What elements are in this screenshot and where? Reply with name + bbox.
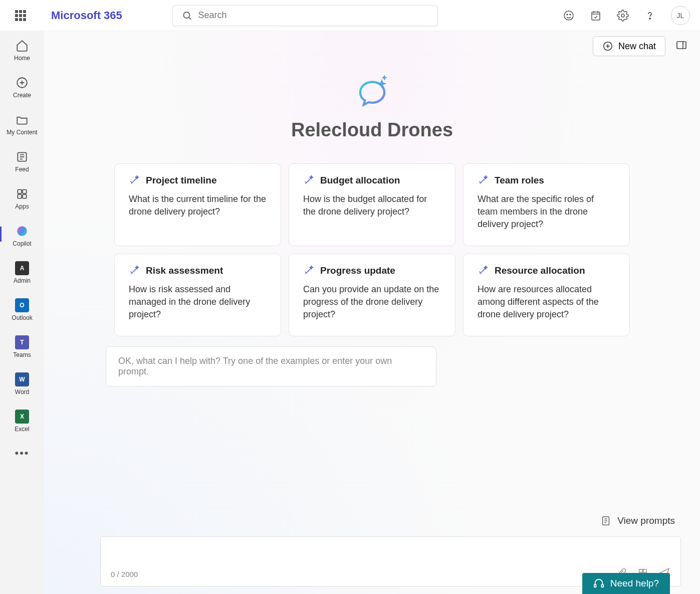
- sidebar-item-admin[interactable]: A Admin: [0, 261, 44, 284]
- sidebar-item-more[interactable]: •••: [0, 447, 44, 460]
- apps-icon: [15, 187, 29, 201]
- svg-point-6: [621, 14, 624, 17]
- svg-point-2: [564, 11, 573, 20]
- sidebar-item-label: Word: [15, 388, 29, 395]
- prompt-card-budget-allocation[interactable]: Budget allocation How is the budget allo…: [289, 163, 455, 246]
- card-title: Budget allocation: [320, 175, 400, 186]
- card-header: Risk assessment: [129, 265, 267, 276]
- card-title: Team roles: [495, 175, 544, 186]
- brand-label: Microsoft 365: [51, 9, 122, 22]
- help-icon[interactable]: [644, 10, 656, 22]
- calendar-icon[interactable]: [590, 10, 602, 22]
- wand-icon: [303, 265, 314, 276]
- sidebar-item-outlook[interactable]: O Outlook: [0, 298, 44, 321]
- svg-rect-11: [23, 189, 27, 193]
- new-chat-icon: [602, 41, 613, 52]
- sidebar-item-label: Feed: [15, 166, 29, 173]
- prompt-cards-grid: Project timeline What is the current tim…: [114, 163, 630, 336]
- sidebar-item-label: Home: [14, 55, 30, 62]
- sidebar-item-feed[interactable]: Feed: [0, 150, 44, 173]
- sidebar-item-label: Teams: [13, 351, 31, 358]
- sidebar: Home Create My Content Feed Apps Copilot…: [0, 31, 44, 594]
- card-body: What are the specific roles of team memb…: [478, 193, 615, 231]
- svg-rect-5: [592, 12, 600, 20]
- sidebar-item-label: Excel: [15, 426, 29, 433]
- wand-icon: [478, 175, 489, 186]
- top-actions: New chat: [593, 36, 687, 56]
- search-input[interactable]: [198, 10, 428, 21]
- sidebar-item-home[interactable]: Home: [0, 39, 44, 62]
- new-chat-button[interactable]: New chat: [593, 36, 665, 56]
- search-icon: [182, 10, 192, 21]
- word-icon: W: [15, 372, 29, 386]
- admin-icon: A: [15, 261, 29, 275]
- sidebar-item-excel[interactable]: X Excel: [0, 410, 44, 433]
- content-area: Relecloud Drones Project timeline What i…: [44, 31, 700, 594]
- svg-point-0: [183, 12, 189, 18]
- sidebar-item-word[interactable]: W Word: [0, 372, 44, 395]
- card-header: Progress update: [303, 265, 441, 276]
- headset-icon: [593, 578, 604, 589]
- sidebar-item-label: Create: [13, 92, 31, 99]
- card-title: Resource allocation: [495, 265, 585, 276]
- sidebar-item-teams[interactable]: T Teams: [0, 335, 44, 358]
- card-body: Can you provide an update on the progres…: [303, 283, 441, 321]
- need-help-button[interactable]: Need help?: [582, 573, 670, 594]
- svg-rect-23: [601, 584, 603, 587]
- new-chat-label: New chat: [618, 41, 656, 52]
- svg-rect-12: [18, 194, 22, 199]
- card-header: Resource allocation: [478, 265, 615, 276]
- panel-toggle-icon[interactable]: [675, 39, 687, 53]
- card-body: How is risk assessed and managed in the …: [129, 283, 267, 321]
- card-header: Budget allocation: [303, 175, 441, 186]
- home-icon: [15, 39, 29, 53]
- card-header: Team roles: [478, 175, 615, 186]
- app-launcher-icon[interactable]: [10, 5, 31, 26]
- main-content: New chat Relecloud Drones Project timeli…: [44, 31, 700, 594]
- svg-point-14: [17, 226, 27, 236]
- prompt-card-risk-assessment[interactable]: Risk assessment How is risk assessed and…: [114, 254, 281, 336]
- emoji-icon[interactable]: [563, 10, 575, 22]
- sidebar-item-mycontent[interactable]: My Content: [0, 113, 44, 136]
- page-title: Relecloud Drones: [291, 119, 453, 141]
- header-bar: Microsoft 365 JL: [0, 0, 700, 31]
- excel-icon: X: [15, 410, 29, 424]
- prompt-card-project-timeline[interactable]: Project timeline What is the current tim…: [114, 163, 281, 246]
- svg-rect-22: [594, 584, 596, 587]
- sidebar-item-create[interactable]: Create: [0, 76, 44, 99]
- svg-rect-10: [18, 189, 22, 193]
- sidebar-item-label: Outlook: [12, 314, 32, 321]
- prompt-card-resource-allocation[interactable]: Resource allocation How are resources al…: [463, 254, 630, 336]
- sidebar-item-label: Apps: [15, 203, 29, 210]
- copilot-chat-icon: [351, 71, 394, 114]
- search-box[interactable]: [172, 5, 438, 26]
- sidebar-item-label: My Content: [7, 129, 37, 136]
- more-icon: •••: [15, 447, 29, 460]
- svg-point-3: [567, 14, 568, 15]
- svg-point-4: [570, 14, 571, 15]
- sidebar-item-label: Copilot: [13, 240, 31, 247]
- svg-rect-16: [677, 42, 686, 49]
- user-avatar[interactable]: JL: [671, 6, 690, 25]
- svg-point-7: [649, 18, 650, 19]
- folder-icon: [15, 113, 29, 127]
- helper-text-bar: OK, what can I help with? Try one of the…: [106, 346, 436, 386]
- create-icon: [15, 76, 29, 90]
- need-help-label: Need help?: [610, 578, 659, 589]
- feed-icon: [15, 150, 29, 164]
- header-actions: JL: [563, 6, 690, 25]
- settings-icon[interactable]: [617, 10, 629, 22]
- sidebar-item-copilot[interactable]: Copilot: [0, 224, 44, 247]
- card-title: Progress update: [320, 265, 395, 276]
- card-header: Project timeline: [129, 175, 267, 186]
- svg-line-1: [189, 17, 191, 19]
- sidebar-item-apps[interactable]: Apps: [0, 187, 44, 210]
- teams-icon: T: [15, 335, 29, 349]
- prompt-card-progress-update[interactable]: Progress update Can you provide an updat…: [289, 254, 455, 336]
- card-title: Project timeline: [146, 175, 217, 186]
- prompt-card-team-roles[interactable]: Team roles What are the specific roles o…: [463, 163, 630, 246]
- wand-icon: [303, 175, 314, 186]
- wand-icon: [129, 175, 140, 186]
- wand-icon: [478, 265, 489, 276]
- outlook-icon: O: [15, 298, 29, 312]
